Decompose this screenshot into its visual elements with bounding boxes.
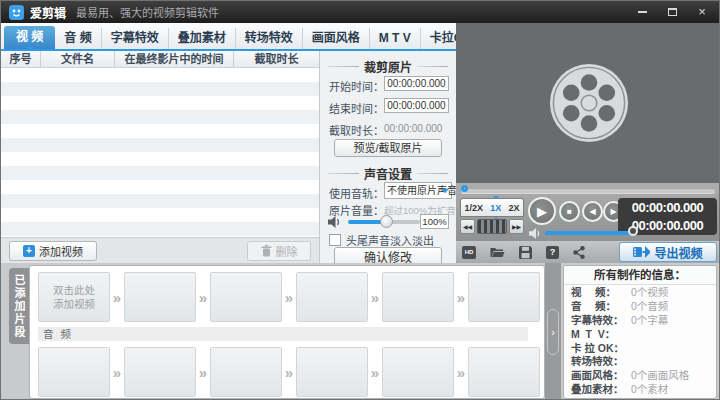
share-icon[interactable]	[573, 246, 585, 259]
speed-half-button[interactable]: 1/2X	[465, 203, 484, 213]
audio-clip-slot[interactable]	[210, 347, 282, 397]
play-button[interactable]: ▶	[528, 197, 556, 225]
column-final-time: 在最终影片中的时间	[115, 51, 234, 67]
clip-chevron-icon: »	[196, 289, 210, 306]
end-time-input[interactable]	[384, 98, 449, 113]
film-reel-icon	[548, 62, 630, 144]
clip-table-header: 序号 文件名 在最终影片中的时间 截取时长	[1, 51, 319, 68]
title-bar: 爱剪辑 最易用、强大的视频剪辑软件 ×	[1, 1, 720, 23]
audio-track-label: 使用音轨：	[329, 185, 384, 201]
settings-panel: 裁剪原片 开始时间： 结束时间： 截取时长： 00:00:00.000 预览/截…	[319, 51, 456, 263]
seek-bar[interactable]	[461, 189, 715, 193]
clip-chevron-icon: »	[368, 364, 382, 381]
close-button[interactable]: ×	[695, 5, 709, 19]
volume-slider-handle[interactable]	[380, 215, 393, 228]
info-row-transition: 转场特效：	[564, 354, 716, 368]
tab-mtv[interactable]: M T V	[370, 28, 421, 49]
audio-clip-slot[interactable]	[38, 347, 110, 397]
tab-transition-effects[interactable]: 转场特效	[236, 28, 303, 49]
tab-overlay-material[interactable]: 叠加素材	[169, 28, 236, 49]
video-clip-slot[interactable]	[382, 272, 454, 322]
clip-chevron-icon: »	[282, 364, 296, 381]
info-row-overlay: 叠加素材：0个素材	[564, 382, 716, 396]
hd-settings-icon[interactable]: HD	[462, 246, 476, 259]
prev-frame-button[interactable]: ◀	[582, 201, 603, 222]
column-index: 序号	[1, 51, 41, 67]
delete-button[interactable]: 删除	[247, 241, 311, 261]
video-clip-slot[interactable]	[124, 272, 196, 322]
info-panel-title: 所有制作的信息：	[564, 266, 716, 285]
fade-checkbox-row: 头尾声音淡入淡出	[329, 232, 434, 248]
volume-slider-row: 100%	[328, 214, 449, 230]
audio-clip-row: »»»»»	[38, 347, 544, 397]
column-duration: 截取时长	[234, 51, 319, 67]
end-time-label: 结束时间：	[329, 100, 384, 116]
add-video-icon: +	[23, 245, 35, 257]
video-clip-slot[interactable]: 双击此处添加视频	[38, 272, 110, 322]
help-icon[interactable]: ?	[546, 246, 559, 259]
speed-normal-button[interactable]: 1X	[490, 203, 501, 213]
video-clip-slot[interactable]	[296, 272, 368, 322]
trash-icon	[261, 245, 272, 257]
jog-wheel[interactable]	[477, 219, 507, 234]
export-video-button[interactable]: 导出视频	[619, 242, 717, 262]
audio-track-select[interactable]: 不使用原片声音	[384, 182, 452, 199]
seek-handle[interactable]	[461, 185, 468, 192]
stop-button[interactable]: ■	[559, 201, 580, 222]
clip-chevron-icon: »	[368, 289, 382, 306]
clip-chevron-icon: »	[110, 364, 124, 381]
player-speaker-icon	[529, 228, 542, 239]
clip-table-body[interactable]	[1, 68, 319, 237]
save-icon[interactable]	[519, 246, 532, 259]
open-folder-icon[interactable]	[490, 246, 505, 258]
delete-label: 删除	[276, 243, 298, 259]
sound-section-title: 声音设置	[328, 165, 448, 182]
audio-clip-slot[interactable]	[124, 347, 196, 397]
speed-double-button[interactable]: 2X	[508, 203, 519, 213]
jog-back-button[interactable]: ◀◀	[460, 219, 475, 234]
timeline-section: 已添加片段 双击此处添加视频»»»»» 音 频 »»»»» › 所有制作的信息：…	[1, 263, 720, 400]
crop-section-title: 裁剪原片	[328, 58, 448, 75]
video-preview[interactable]	[456, 23, 720, 183]
added-clips-tab[interactable]: 已添加片段	[9, 268, 29, 344]
add-video-button[interactable]: + 添加视频	[9, 241, 97, 261]
player-controls: 1/2X 1X 2X ◀◀ ▶▶ ▶ ■ ◀ ▶ 00:00:00.000 00…	[456, 183, 720, 241]
player-volume-track[interactable]	[545, 231, 635, 235]
player-volume-handle[interactable]	[628, 226, 638, 236]
video-clip-slot[interactable]	[210, 272, 282, 322]
clip-chevron-icon: »	[454, 289, 468, 306]
maximize-button[interactable]	[665, 5, 679, 19]
tab-picture-style[interactable]: 画面风格	[303, 28, 370, 49]
audio-clip-slot[interactable]	[296, 347, 368, 397]
capture-duration-value: 00:00:00.000	[384, 123, 442, 134]
video-clip-slot[interactable]	[468, 272, 540, 322]
speaker-icon	[328, 216, 342, 228]
video-clip-row: 双击此处添加视频»»»»»	[38, 272, 544, 322]
tab-video[interactable]: 视 频	[4, 26, 55, 49]
fade-label: 头尾声音淡入淡出	[346, 232, 434, 248]
app-subtitle: 最易用、强大的视频剪辑软件	[76, 4, 219, 20]
jog-forward-button[interactable]: ▶▶	[509, 219, 524, 234]
volume-value-box[interactable]: 100%	[420, 214, 449, 229]
timeline-panel: 双击此处添加视频»»»»» 音 频 »»»»»	[29, 265, 545, 399]
expand-right-button[interactable]: ›	[547, 309, 559, 355]
info-row-audio: 音 频：0个音频	[564, 299, 716, 313]
app-logo-icon	[9, 5, 24, 20]
tab-subtitle-effects[interactable]: 字幕特效	[102, 28, 169, 49]
clip-chevron-icon: »	[110, 289, 124, 306]
start-time-label: 开始时间：	[329, 78, 384, 94]
preview-capture-button[interactable]: 预览/截取原片	[334, 139, 442, 157]
tab-audio[interactable]: 音 频	[55, 28, 101, 49]
clip-chevron-icon: »	[196, 364, 210, 381]
minimize-button[interactable]	[635, 5, 649, 19]
fade-checkbox[interactable]	[329, 234, 341, 246]
add-video-placeholder: 双击此处添加视频	[48, 283, 100, 311]
export-video-label: 导出视频	[654, 244, 702, 261]
timeline-expand-strip: ›	[545, 263, 561, 400]
audio-clip-slot[interactable]	[382, 347, 454, 397]
audio-clip-slot[interactable]	[468, 347, 540, 397]
info-row-subtitle: 字幕特效：0个字幕	[564, 313, 716, 327]
window-controls: ×	[635, 5, 713, 19]
start-time-input[interactable]	[384, 76, 449, 91]
time-current: 00:00:00.000	[618, 199, 717, 217]
